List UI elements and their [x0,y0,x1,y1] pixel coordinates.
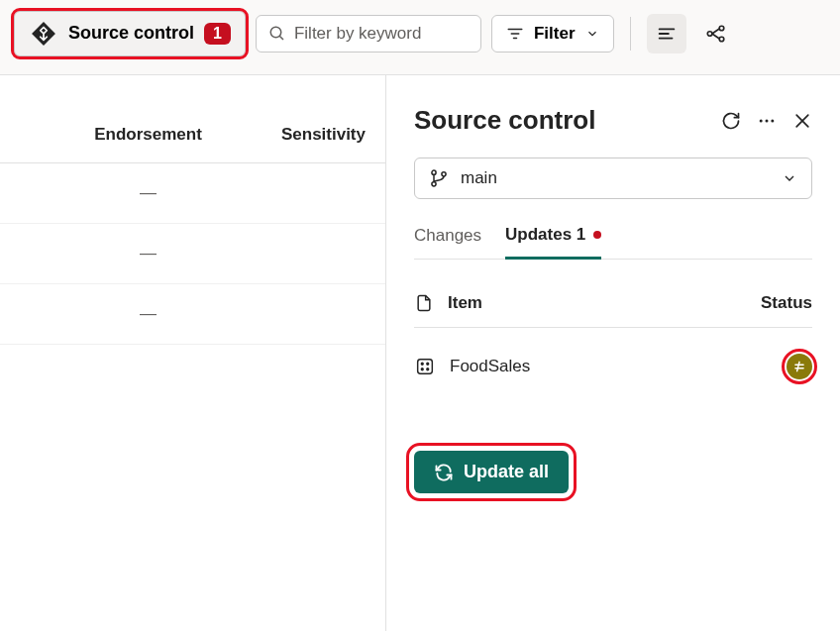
sensitivity-cell [247,304,366,324]
refresh-icon[interactable] [721,111,741,131]
search-input[interactable] [294,24,469,44]
svg-point-23 [427,368,429,370]
table-row[interactable]: — [0,284,385,345]
branch-icon [429,168,449,188]
svg-point-10 [719,37,724,42]
filter-button[interactable]: Filter [491,15,614,53]
source-control-badge: 1 [204,23,231,45]
source-control-label: Source control [68,23,194,44]
dataset-icon [414,356,436,377]
update-all-label: Update all [464,462,549,482]
file-icon [414,293,434,313]
updates-indicator-icon [593,231,601,239]
sync-icon [434,463,454,482]
endorsement-cell: — [20,183,247,203]
branch-selector[interactable]: main [414,158,812,199]
svg-point-13 [771,119,774,122]
list-item[interactable]: FoodSales [414,354,812,379]
branch-name: main [461,168,770,188]
update-all-button[interactable]: Update all [414,451,569,493]
column-header-sensitivity[interactable]: Sensitivity [247,125,366,145]
search-box[interactable] [256,15,481,53]
source-control-button[interactable]: Source control 1 [14,11,246,56]
svg-point-22 [421,368,423,370]
svg-point-20 [421,363,423,365]
more-icon[interactable] [757,111,777,131]
items-table: Endorsement Sensitivity — — — [0,75,386,631]
table-row[interactable]: — [0,163,385,224]
list-icon [656,23,678,45]
sensitivity-cell [247,244,366,263]
svg-line-26 [797,362,799,370]
search-icon [268,25,286,43]
svg-point-0 [270,27,281,38]
svg-point-12 [766,119,769,122]
close-icon[interactable] [792,111,812,131]
item-name: FoodSales [450,357,773,376]
source-control-panel: Source control main Changes Updates 1 It… [386,75,840,631]
table-row[interactable]: — [0,224,385,284]
svg-point-18 [442,172,446,176]
svg-point-21 [427,363,429,365]
svg-point-11 [760,119,763,122]
filter-label: Filter [534,24,576,44]
toolbar-divider [630,17,631,51]
filter-icon [506,25,524,43]
list-header-status: Status [761,293,812,313]
endorsement-cell: — [20,244,247,263]
list-header-item: Item [448,293,747,313]
lineage-view-button[interactable] [696,14,736,53]
column-header-endorsement[interactable]: Endorsement [20,125,247,145]
status-modified-icon [787,354,812,379]
svg-point-17 [432,182,436,186]
sensitivity-cell [247,183,366,203]
tab-updates-label: Updates 1 [505,225,585,245]
svg-point-8 [707,31,712,36]
svg-rect-19 [418,360,433,374]
chevron-down-icon [585,27,599,41]
tab-changes[interactable]: Changes [414,225,481,259]
tab-updates[interactable]: Updates 1 [505,225,601,260]
svg-point-9 [719,26,724,31]
panel-title: Source control [414,105,705,136]
list-view-button[interactable] [647,14,686,53]
source-control-icon [29,19,58,49]
svg-line-1 [279,36,283,40]
svg-point-16 [432,170,436,174]
endorsement-cell: — [20,304,247,324]
chevron-down-icon [782,170,797,186]
lineage-icon [705,23,727,45]
